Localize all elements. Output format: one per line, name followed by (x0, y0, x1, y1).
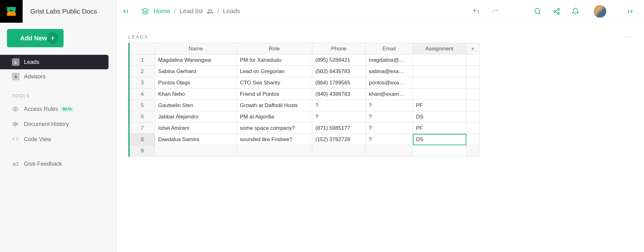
cell-email[interactable]: pontos@exa… (366, 77, 413, 89)
cell-email[interactable]: ? (366, 123, 413, 134)
cell-assignment[interactable]: DS (413, 111, 466, 123)
collapse-left-icon[interactable] (122, 8, 129, 15)
row-number[interactable]: 3 (130, 77, 155, 89)
cell-phone[interactable]: (864) 1789565 (312, 77, 366, 89)
cell-email[interactable]: sabina@exa… (366, 66, 413, 77)
app-logo[interactable] (0, 0, 23, 23)
cell-assignment[interactable]: PF (413, 100, 466, 111)
cell-phone[interactable]: ? (312, 111, 366, 123)
layers-icon[interactable] (142, 8, 149, 15)
cell-phone[interactable]: (502) 6435783 (312, 66, 366, 77)
cell-email[interactable]: ? (366, 111, 413, 123)
breadcrumb: Home / Lead list / Leads (153, 8, 240, 15)
cell-name[interactable]: Jabbar Alejandro (155, 111, 237, 123)
row-number[interactable]: 1 (130, 54, 155, 66)
cell-name[interactable]: Sabina Gerhard (155, 66, 237, 77)
cell-email[interactable]: ? (366, 134, 413, 145)
row-number[interactable]: 8 (130, 134, 155, 145)
collapse-right-icon[interactable] (627, 8, 634, 15)
column-header-phone[interactable]: Phone (312, 43, 366, 54)
cell-empty[interactable] (466, 111, 480, 123)
cell-phone[interactable]: (895) 5288421 (312, 54, 366, 66)
megaphone-icon (12, 160, 19, 167)
plus-icon: + (47, 32, 58, 44)
cell-email[interactable]: khan@exam… (366, 89, 413, 100)
cell-role[interactable]: Growth at Daffodil Hosts (237, 100, 312, 111)
row-number[interactable]: 5 (130, 100, 155, 111)
svg-rect-3 (16, 123, 18, 125)
cell-name[interactable] (155, 145, 237, 157)
avatar[interactable] (594, 5, 606, 18)
search-button[interactable] (534, 8, 541, 15)
notifications-button[interactable] (572, 8, 579, 15)
cell-name[interactable]: Pontos Oļegs (155, 77, 237, 89)
undo-button[interactable] (472, 8, 480, 15)
cell-role[interactable]: PM at Algorilla (237, 111, 312, 123)
column-header-assignment[interactable]: Assignment (413, 43, 466, 54)
sidebar-item-leads[interactable]: L Leads (0, 55, 108, 69)
tool-document-history[interactable]: Document History (0, 117, 116, 132)
cell-role[interactable]: Lead on Gregorian (237, 66, 312, 77)
cell-assignment[interactable]: DS (413, 134, 466, 145)
tool-code-view[interactable]: Code View (0, 132, 116, 147)
svg-rect-2 (15, 122, 16, 126)
cell-role[interactable] (237, 145, 312, 157)
cell-email[interactable] (366, 145, 413, 157)
cell-role[interactable]: CTO Sea Shanty (237, 77, 312, 89)
cell-empty[interactable] (466, 134, 480, 145)
cell-assignment[interactable] (413, 145, 466, 157)
cell-role[interactable]: PM for Xanadudu (237, 54, 312, 66)
cell-role[interactable]: Friend of Pontos (237, 89, 312, 100)
cell-phone[interactable]: (152) 3782728 (312, 134, 366, 145)
tool-label: Access Rules (24, 106, 58, 112)
cell-empty[interactable] (466, 77, 480, 89)
section-title: LEADS (128, 34, 148, 39)
cell-name[interactable]: Gautselin Sten (155, 100, 237, 111)
row-number[interactable]: 9 (130, 145, 155, 157)
cell-role[interactable]: sounded like Frisbee? (237, 134, 312, 145)
row-number[interactable]: 2 (130, 66, 155, 77)
cell-name[interactable]: Daedalus Samira (155, 134, 237, 145)
cell-empty[interactable] (466, 145, 480, 157)
column-header-role[interactable]: Role (237, 43, 312, 54)
tool-give-feedback[interactable]: Give Feedback (0, 156, 116, 171)
cell-empty[interactable] (466, 100, 480, 111)
cell-name[interactable]: Iohel Amirani (155, 123, 237, 134)
sidebar-item-advisors[interactable]: A Advisors (0, 69, 116, 84)
cell-phone[interactable]: ? (312, 100, 366, 111)
cell-assignment[interactable] (413, 77, 466, 89)
column-header-name[interactable]: Name (155, 43, 237, 54)
breadcrumb-table[interactable]: Leads (223, 8, 240, 15)
breadcrumb-home[interactable]: Home (153, 8, 170, 15)
cell-role[interactable]: some space company? (237, 123, 312, 134)
tool-label: Give Feedback (24, 161, 62, 167)
redo-button[interactable] (491, 8, 499, 15)
cell-empty[interactable] (466, 89, 480, 100)
row-number[interactable]: 4 (130, 89, 155, 100)
row-number[interactable]: 7 (130, 123, 155, 134)
add-new-button[interactable]: Add New + (7, 29, 64, 47)
doc-title[interactable]: Grist Labs Public Docs (23, 8, 97, 15)
cell-assignment[interactable]: PF (413, 123, 466, 134)
add-column-button[interactable]: + (466, 43, 480, 54)
row-header-corner[interactable] (130, 43, 155, 54)
cell-empty[interactable] (466, 123, 480, 134)
cell-phone[interactable]: (871) 5985177 (312, 123, 366, 134)
cell-name[interactable]: Magdalina Wanangwa (155, 54, 237, 66)
cell-name[interactable]: Khan Nebo (155, 89, 237, 100)
cell-assignment[interactable] (413, 89, 466, 100)
breadcrumb-page[interactable]: Lead list (180, 8, 203, 15)
cell-assignment[interactable] (413, 66, 466, 77)
tool-access-rules[interactable]: Access Rules BETA (0, 101, 116, 117)
column-header-email[interactable]: Email (366, 43, 413, 54)
section-menu-icon[interactable]: ⋯ (625, 33, 632, 40)
cell-empty[interactable] (466, 66, 480, 77)
cell-phone[interactable] (312, 145, 366, 157)
cell-email[interactable]: magdalina@… (366, 54, 413, 66)
cell-phone[interactable]: (940) 4389783 (312, 89, 366, 100)
cell-email[interactable]: ? (366, 100, 413, 111)
row-number[interactable]: 6 (130, 111, 155, 123)
cell-assignment[interactable] (413, 54, 466, 66)
share-button[interactable] (553, 8, 560, 15)
cell-empty[interactable] (466, 54, 480, 66)
